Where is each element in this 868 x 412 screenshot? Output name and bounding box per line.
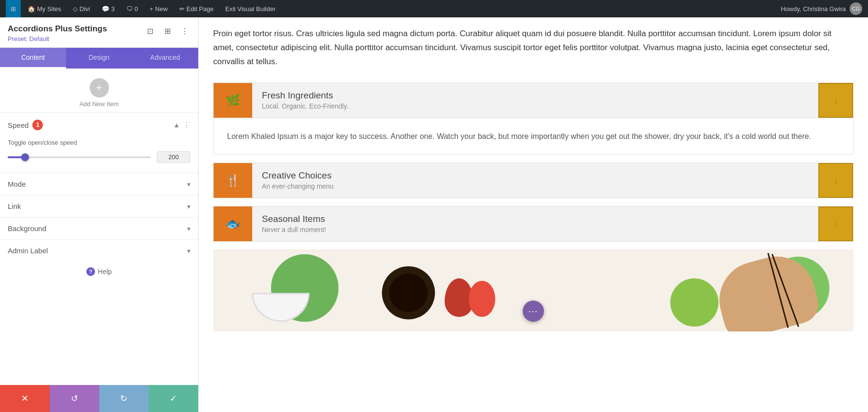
admin-bar-chat[interactable]: 🗨 0 — [122, 0, 143, 17]
slider-row: 200 — [8, 151, 190, 163]
admin-bar: ⊞ 🏠 My Sites ◇ Divi 💬 3 🗨 0 + New ✏ Edit… — [0, 0, 868, 17]
section-admin-label-title: Admin Label — [8, 247, 48, 255]
user-avatar: CG — [850, 2, 862, 15]
sidebar-menu-button[interactable]: ⋮ — [178, 24, 191, 38]
fish-icon: 🐟 — [226, 217, 240, 231]
divi-icon: ◇ — [73, 5, 78, 13]
chevron-down-icon-mode: ▾ — [187, 180, 190, 188]
help-row[interactable]: ? Help — [0, 261, 198, 283]
accordion-fresh-body: Lorem Khaled Ipsum is a major key to suc… — [214, 118, 853, 154]
accordion-fresh-ingredients: 🌿 Fresh Ingredients Local. Organic. Eco-… — [213, 82, 854, 155]
section-background-header[interactable]: Background ▾ — [0, 218, 198, 239]
section-link-header[interactable]: Link ▾ — [0, 195, 198, 217]
arrow-down-icon-2: ↓ — [833, 175, 838, 186]
undo-icon: ↺ — [71, 393, 78, 404]
intro-text: Proin eget tortor risus. Cras ultricies … — [213, 27, 854, 69]
main-wrapper: Accordions Plus Settings Preset: Default… — [0, 17, 868, 412]
section-speed-title: Speed — [8, 121, 28, 129]
section-speed-controls: ▲ ⋮ — [173, 121, 190, 130]
speed-field-label: Toggle open/close speed — [8, 139, 190, 146]
admin-bar-divi[interactable]: ◇ Divi — [68, 0, 95, 17]
help-icon: ? — [86, 267, 95, 276]
add-new-label: Add New Item — [80, 100, 119, 108]
wp-icon: ⊞ — [11, 5, 16, 13]
chevron-down-icon-link: ▾ — [187, 203, 190, 210]
dots-icon: ⋯ — [528, 306, 539, 316]
accordion-seasonal-subtitle: Never a dull moment! — [262, 226, 809, 233]
accordion-seasonal-text: Seasonal Items Never a dull moment! — [252, 208, 818, 239]
chevron-up-icon: ▲ — [173, 121, 180, 129]
chat-icon: 🗨 — [126, 5, 133, 13]
section-admin-label-header[interactable]: Admin Label ▾ — [0, 240, 198, 261]
sidebar-actions: ✕ ↺ ↻ ✓ — [0, 385, 198, 412]
accordion-fresh-toggle[interactable]: ↓ — [818, 83, 853, 118]
section-link-title: Link — [8, 202, 21, 210]
accordion-fresh-text: Fresh Ingredients Local. Organic. Eco-Fr… — [252, 84, 818, 116]
section-mode-header[interactable]: Mode ▾ — [0, 173, 198, 195]
admin-bar-user: Howdy, Christina Gwira CG — [781, 2, 862, 15]
help-label: Help — [98, 268, 112, 275]
sidebar-expand-button[interactable]: ⊞ — [161, 24, 174, 38]
admin-bar-comments[interactable]: 💬 3 — [97, 0, 120, 17]
sidebar-minimize-button[interactable]: ⊡ — [143, 24, 157, 38]
accordion-seasonal-header[interactable]: 🐟 Seasonal Items Never a dull moment! ↓ — [214, 206, 853, 241]
accordion-seasonal-toggle[interactable]: ↓ — [818, 206, 853, 241]
pencil-icon: ✏ — [179, 5, 185, 13]
leaf-icon: 🌿 — [226, 94, 240, 107]
edamame-bowl — [670, 278, 719, 327]
slider-track[interactable] — [8, 156, 151, 158]
house-icon: 🏠 — [27, 5, 35, 13]
admin-bar-my-sites[interactable]: 🏠 My Sites — [23, 0, 66, 17]
comment-icon: 💬 — [102, 5, 109, 13]
save-button[interactable]: ✓ — [149, 385, 198, 412]
section-mode-title: Mode — [8, 180, 26, 188]
accordion-creative-subtitle: An ever-changing menu — [262, 182, 809, 190]
section-speed-header[interactable]: Speed 1 ▲ ⋮ — [0, 113, 198, 137]
sidebar-tabs: Content Design Advanced — [0, 48, 198, 69]
sidebar-header: Accordions Plus Settings Preset: Default… — [0, 17, 198, 48]
add-new-item-area: + Add New Item — [0, 69, 198, 112]
tab-design[interactable]: Design — [66, 48, 132, 69]
chevron-down-icon-background: ▾ — [187, 225, 190, 233]
accordion-creative-choices: 🍴 Creative Choices An ever-changing menu… — [213, 163, 854, 198]
admin-bar-exit-builder[interactable]: Exit Visual Builder — [220, 0, 281, 17]
accordion-seasonal-title: Seasonal Items — [262, 214, 809, 224]
accordion-seasonal-items: 🐟 Seasonal Items Never a dull moment! ↓ — [213, 206, 854, 242]
accordion-fresh-icon-box: 🌿 — [214, 83, 252, 118]
fork-icon: 🍴 — [226, 174, 240, 187]
accordion-creative-header[interactable]: 🍴 Creative Choices An ever-changing menu… — [214, 163, 853, 198]
section-background-title: Background — [8, 224, 46, 233]
tab-advanced[interactable]: Advanced — [132, 48, 198, 69]
section-speed: Speed 1 ▲ ⋮ Toggle open/close speed — [0, 112, 198, 173]
redo-button[interactable]: ↻ — [99, 385, 149, 412]
undo-button[interactable]: ↺ — [50, 385, 99, 412]
section-admin-label-title-row: Admin Label — [8, 247, 48, 255]
section-mode-title-row: Mode — [8, 180, 26, 188]
arrow-down-icon-3: ↓ — [833, 218, 838, 229]
accordion-creative-toggle[interactable]: ↓ — [818, 163, 853, 198]
section-speed-title-row: Speed 1 — [8, 120, 43, 130]
admin-bar-edit-page[interactable]: ✏ Edit Page — [175, 0, 218, 17]
floating-action-button[interactable]: ⋯ — [523, 301, 544, 322]
sidebar-panel: Accordions Plus Settings Preset: Default… — [0, 17, 199, 412]
radish2 — [469, 281, 495, 317]
accordion-fresh-subtitle: Local. Organic. Eco-Friendly. — [262, 102, 809, 110]
section-speed-body: Toggle open/close speed 200 — [0, 137, 198, 173]
accordion-seasonal-icon-box: 🐟 — [214, 206, 252, 241]
tab-content[interactable]: Content — [0, 48, 66, 69]
slider-thumb[interactable] — [21, 153, 29, 161]
sidebar-header-actions: ⊡ ⊞ ⋮ — [143, 24, 191, 38]
add-new-item-button[interactable]: + — [90, 78, 109, 97]
cancel-button[interactable]: ✕ — [0, 385, 50, 412]
section-speed-menu-icon[interactable]: ⋮ — [183, 121, 190, 130]
plus-icon: + — [149, 5, 153, 13]
section-mode: Mode ▾ — [0, 173, 198, 195]
redo-icon: ↻ — [120, 393, 127, 404]
section-admin-label: Admin Label ▾ — [0, 239, 198, 261]
wp-logo-item[interactable]: ⊞ — [6, 0, 21, 17]
slider-value[interactable]: 200 — [157, 151, 190, 163]
accordion-fresh-header[interactable]: 🌿 Fresh Ingredients Local. Organic. Eco-… — [214, 83, 853, 118]
bowl-dark-inner — [389, 274, 428, 312]
admin-bar-new[interactable]: + New — [145, 0, 173, 17]
section-background: Background ▾ — [0, 217, 198, 239]
